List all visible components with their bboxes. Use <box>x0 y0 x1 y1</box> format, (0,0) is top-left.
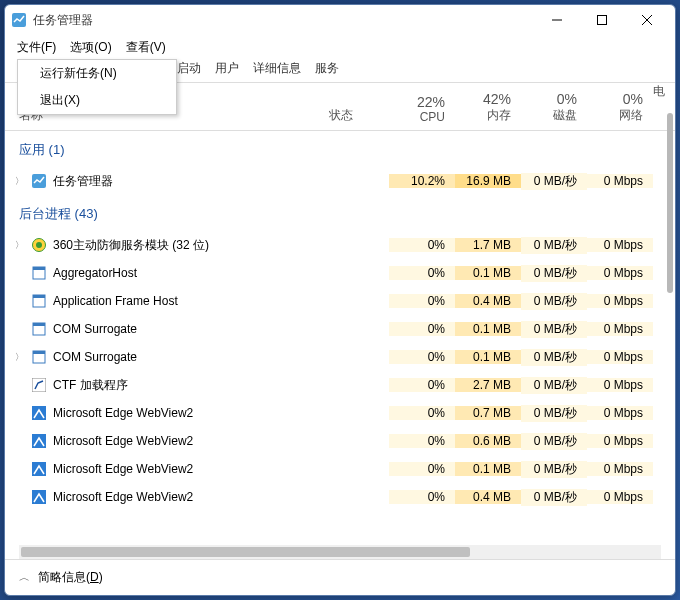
process-name: COM Surrogate <box>53 350 137 364</box>
close-button[interactable] <box>624 6 669 34</box>
menu-options[interactable]: 选项(O) <box>70 39 111 56</box>
cpu-cell: 0% <box>389 378 455 392</box>
net-cell: 0 Mbps <box>587 266 653 280</box>
col-disk[interactable]: 0% 磁盘 <box>521 83 587 130</box>
net-cell: 0 Mbps <box>587 322 653 336</box>
process-icon <box>31 293 47 309</box>
disk-cell: 0 MB/秒 <box>521 377 587 394</box>
disk-cell: 0 MB/秒 <box>521 237 587 254</box>
cpu-cell: 0% <box>389 434 455 448</box>
net-cell: 0 Mbps <box>587 238 653 252</box>
mem-cell: 0.1 MB <box>455 322 521 336</box>
disk-cell: 0 MB/秒 <box>521 265 587 282</box>
net-cell: 0 Mbps <box>587 294 653 308</box>
mem-cell: 0.4 MB <box>455 294 521 308</box>
svg-rect-15 <box>33 351 45 354</box>
process-name: Microsoft Edge WebView2 <box>53 434 193 448</box>
file-dropdown: 运行新任务(N) 退出(X) <box>17 59 177 115</box>
cpu-total: 22% <box>389 94 445 110</box>
process-name: 360主动防御服务模块 (32 位) <box>53 237 209 254</box>
disk-cell: 0 MB/秒 <box>521 173 587 190</box>
process-name: Application Frame Host <box>53 294 178 308</box>
dropdown-run-new-task[interactable]: 运行新任务(N) <box>18 60 176 87</box>
svg-rect-11 <box>33 295 45 298</box>
menu-view[interactable]: 查看(V) <box>126 39 166 56</box>
process-row[interactable]: 〉任务管理器10.2%16.9 MB0 MB/秒0 Mbps <box>5 167 675 195</box>
process-row[interactable]: 〉Microsoft Edge WebView20%0.7 MB0 MB/秒0 … <box>5 399 675 427</box>
svg-rect-2 <box>597 16 606 25</box>
svg-rect-9 <box>33 267 45 270</box>
maximize-button[interactable] <box>579 6 624 34</box>
horizontal-scroll-thumb[interactable] <box>21 547 470 557</box>
chevron-up-icon[interactable]: ︿ <box>19 570 30 585</box>
net-cell: 0 Mbps <box>587 490 653 504</box>
cpu-cell: 0% <box>389 266 455 280</box>
cpu-cell: 0% <box>389 294 455 308</box>
col-memory[interactable]: 42% 内存 <box>455 83 521 130</box>
titlebar[interactable]: 任务管理器 <box>5 5 675 35</box>
col-network[interactable]: 0% 网络 <box>587 83 653 130</box>
mem-cell: 0.1 MB <box>455 462 521 476</box>
net-cell: 0 Mbps <box>587 174 653 188</box>
process-name: Microsoft Edge WebView2 <box>53 406 193 420</box>
cpu-cell: 0% <box>389 462 455 476</box>
net-label: 网络 <box>587 107 643 124</box>
col-cpu[interactable]: 22% CPU <box>389 83 455 130</box>
dropdown-exit[interactable]: 退出(X) <box>18 87 176 114</box>
col-status[interactable]: 状态 <box>329 83 389 130</box>
footer: ︿ 简略信息(D) <box>5 559 675 595</box>
net-cell: 0 Mbps <box>587 350 653 364</box>
tab-services[interactable]: 服务 <box>315 60 339 77</box>
process-icon <box>31 265 47 281</box>
disk-cell: 0 MB/秒 <box>521 405 587 422</box>
process-row[interactable]: 〉COM Surrogate0%0.1 MB0 MB/秒0 Mbps <box>5 315 675 343</box>
mem-cell: 0.1 MB <box>455 266 521 280</box>
group-background[interactable]: 后台进程 (43) <box>5 195 675 231</box>
mem-cell: 0.7 MB <box>455 406 521 420</box>
menubar: 文件(F) 选项(O) 查看(V) <box>5 35 675 59</box>
expand-chevron-icon[interactable]: 〉 <box>13 239 25 252</box>
process-name: Microsoft Edge WebView2 <box>53 490 193 504</box>
process-icon <box>31 405 47 421</box>
expand-chevron-icon[interactable]: 〉 <box>13 351 25 364</box>
minimize-button[interactable] <box>534 6 579 34</box>
svg-point-7 <box>36 242 42 248</box>
mem-cell: 0.1 MB <box>455 350 521 364</box>
process-icon <box>31 237 47 253</box>
process-icon <box>31 433 47 449</box>
process-name: CTF 加载程序 <box>53 377 128 394</box>
process-row[interactable]: 〉Microsoft Edge WebView20%0.1 MB0 MB/秒0 … <box>5 455 675 483</box>
mem-cell: 0.4 MB <box>455 490 521 504</box>
group-apps[interactable]: 应用 (1) <box>5 131 675 167</box>
cpu-cell: 10.2% <box>389 174 455 188</box>
net-cell: 0 Mbps <box>587 406 653 420</box>
disk-cell: 0 MB/秒 <box>521 489 587 506</box>
net-total: 0% <box>587 91 643 107</box>
menu-file[interactable]: 文件(F) <box>17 39 56 56</box>
net-cell: 0 Mbps <box>587 434 653 448</box>
task-manager-window: 任务管理器 文件(F) 选项(O) 查看(V) 运行新任务(N) 退出(X) 启… <box>4 4 676 596</box>
tab-users[interactable]: 用户 <box>215 60 239 77</box>
process-row[interactable]: 〉Microsoft Edge WebView20%0.4 MB0 MB/秒0 … <box>5 483 675 511</box>
process-name: COM Surrogate <box>53 322 137 336</box>
process-row[interactable]: 〉AggregatorHost0%0.1 MB0 MB/秒0 Mbps <box>5 259 675 287</box>
tab-startup[interactable]: 启动 <box>177 60 201 77</box>
disk-cell: 0 MB/秒 <box>521 349 587 366</box>
cpu-cell: 0% <box>389 350 455 364</box>
disk-cell: 0 MB/秒 <box>521 433 587 450</box>
process-row[interactable]: 〉Application Frame Host0%0.4 MB0 MB/秒0 M… <box>5 287 675 315</box>
expand-chevron-icon[interactable]: 〉 <box>13 175 25 188</box>
process-icon <box>31 377 47 393</box>
process-name: Microsoft Edge WebView2 <box>53 462 193 476</box>
process-row[interactable]: 〉CTF 加载程序0%2.7 MB0 MB/秒0 Mbps <box>5 371 675 399</box>
disk-total: 0% <box>521 91 577 107</box>
process-row[interactable]: 〉COM Surrogate0%0.1 MB0 MB/秒0 Mbps <box>5 343 675 371</box>
tab-details[interactable]: 详细信息 <box>253 60 301 77</box>
fewer-details-link[interactable]: 简略信息(D) <box>38 569 103 586</box>
process-row[interactable]: 〉360主动防御服务模块 (32 位)0%1.7 MB0 MB/秒0 Mbps <box>5 231 675 259</box>
process-icon <box>31 321 47 337</box>
process-row[interactable]: 〉Microsoft Edge WebView20%0.6 MB0 MB/秒0 … <box>5 427 675 455</box>
horizontal-scrollbar[interactable] <box>19 545 661 559</box>
net-cell: 0 Mbps <box>587 462 653 476</box>
disk-cell: 0 MB/秒 <box>521 461 587 478</box>
